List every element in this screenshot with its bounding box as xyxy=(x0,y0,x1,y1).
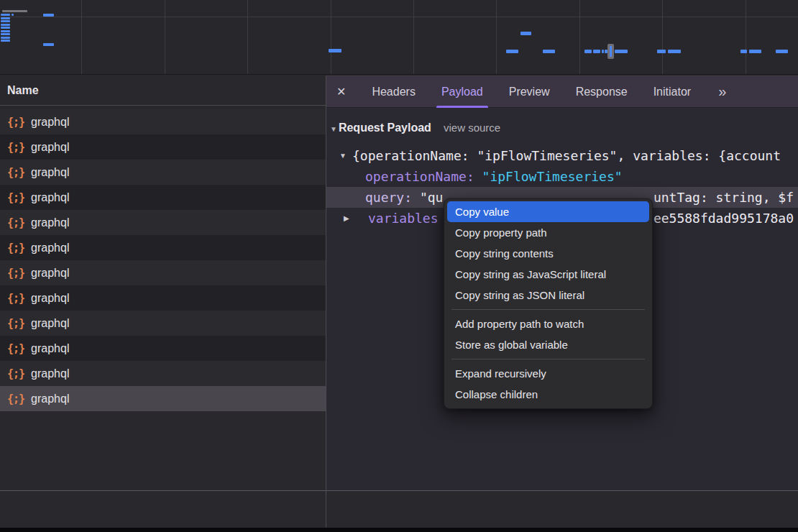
request-row[interactable]: {;}graphql xyxy=(0,260,326,285)
expanded-triangle-icon[interactable]: ▼ xyxy=(339,145,347,166)
request-timing-bar xyxy=(43,14,54,17)
request-name: graphql xyxy=(31,191,69,204)
fetch-json-icon: {;} xyxy=(7,216,24,229)
request-timing-bar xyxy=(749,50,761,53)
menu-item-copy-string-as-javascript-literal[interactable]: Copy string as JavaScript literal xyxy=(444,264,652,285)
collapsed-triangle-icon[interactable]: ▶ xyxy=(344,208,349,229)
request-row[interactable]: {;}graphql xyxy=(0,160,326,185)
property-key: query: xyxy=(365,190,412,205)
section-title: Request Payload xyxy=(339,121,431,134)
tab-preview[interactable]: Preview xyxy=(509,75,550,108)
request-timing-bar xyxy=(1,24,10,26)
request-row[interactable]: {;}graphql xyxy=(0,109,326,134)
fetch-json-icon: {;} xyxy=(7,191,24,204)
request-timing-bar xyxy=(1,14,10,16)
property-key: operationName: xyxy=(365,169,474,184)
name-column-header[interactable]: Name xyxy=(0,75,326,106)
request-timing-bar xyxy=(1,30,10,32)
request-name: graphql xyxy=(31,141,69,154)
collapse-triangle-icon: ▼ xyxy=(330,125,337,133)
request-name: graphql xyxy=(31,216,69,229)
fetch-json-icon: {;} xyxy=(7,166,24,179)
network-overview-timeline[interactable] xyxy=(0,0,798,75)
request-timing-bar xyxy=(1,33,10,35)
fetch-json-icon: {;} xyxy=(7,292,24,305)
close-icon[interactable]: ✕ xyxy=(336,85,346,98)
status-footer xyxy=(0,490,798,528)
request-row[interactable]: {;}graphql xyxy=(0,336,326,361)
devtools-network-panel: Name {;}graphql{;}graphql{;}graphql{;}gr… xyxy=(0,0,798,532)
context-menu: Copy valueCopy property pathCopy string … xyxy=(444,198,653,409)
request-timing-bar xyxy=(1,20,10,22)
request-timing-bar xyxy=(776,50,788,53)
request-timing-bar xyxy=(543,50,555,53)
request-row[interactable]: {;}graphql xyxy=(0,386,326,411)
property-value-tail: ee5588fdad995178a0 xyxy=(653,208,794,229)
fetch-json-icon: {;} xyxy=(7,141,24,154)
request-row[interactable]: {;}graphql xyxy=(0,235,326,260)
request-timing-bar xyxy=(2,10,27,12)
fetch-json-icon: {;} xyxy=(7,367,24,380)
menu-item-store-as-global-variable[interactable]: Store as global variable xyxy=(444,334,652,355)
menu-item-collapse-children[interactable]: Collapse children xyxy=(444,384,652,405)
request-name: graphql xyxy=(31,367,69,380)
fetch-json-icon: {;} xyxy=(7,393,24,405)
request-timing-bar xyxy=(1,17,10,19)
request-timing-bar xyxy=(1,37,10,39)
timeline-gridline xyxy=(746,0,746,74)
menu-item-copy-property-path[interactable]: Copy property path xyxy=(444,222,652,243)
request-timing-bar xyxy=(668,50,681,53)
tab-response[interactable]: Response xyxy=(576,75,628,108)
request-name: graphql xyxy=(31,317,69,330)
request-timing-bar xyxy=(602,50,604,53)
request-timing-bar xyxy=(593,50,600,53)
timeline-gridline xyxy=(331,0,331,74)
request-row[interactable]: {;}graphql xyxy=(0,285,326,311)
bottom-edge-bar xyxy=(0,528,798,532)
request-name: graphql xyxy=(31,242,69,254)
request-payload-section-header[interactable]: ▼ Request Payload xyxy=(330,121,431,134)
property-value-fragment: "qu xyxy=(420,190,444,205)
timeline-gridline xyxy=(496,0,497,74)
request-name: graphql xyxy=(31,342,69,355)
tab-headers[interactable]: Headers xyxy=(372,75,415,108)
panel-splitter[interactable] xyxy=(326,75,326,528)
view-source-link[interactable]: view source xyxy=(444,121,500,134)
payload-root-preview: {operationName: "ipFlowTimeseries", vari… xyxy=(352,145,781,166)
request-row[interactable]: {;}graphql xyxy=(0,361,326,386)
menu-item-copy-string-as-json-literal[interactable]: Copy string as JSON literal xyxy=(444,285,652,306)
request-name: graphql xyxy=(31,393,69,405)
menu-item-add-property-path-to-watch[interactable]: Add property path to watch xyxy=(444,313,652,334)
menu-item-copy-string-contents[interactable]: Copy string contents xyxy=(444,243,652,264)
request-timing-bar xyxy=(520,32,531,35)
timeline-gridline xyxy=(662,0,663,74)
request-timing-bar xyxy=(43,43,54,46)
request-name: graphql xyxy=(31,116,69,129)
request-row[interactable]: {;}graphql xyxy=(0,134,326,160)
property-value: "ipFlowTimeseries" xyxy=(482,169,623,184)
request-timing-bar xyxy=(12,14,14,16)
request-timing-bar xyxy=(584,50,592,53)
request-name: graphql xyxy=(31,166,69,179)
request-row[interactable]: {;}graphql xyxy=(0,311,326,336)
tab-payload[interactable]: Payload xyxy=(441,75,483,108)
request-row[interactable]: {;}graphql xyxy=(0,210,326,235)
request-timing-bar xyxy=(657,50,666,53)
menu-item-expand-recursively[interactable]: Expand recursively xyxy=(444,363,652,384)
request-name: graphql xyxy=(31,267,69,280)
request-timing-bar xyxy=(1,40,10,42)
fetch-json-icon: {;} xyxy=(7,242,24,254)
menu-separator xyxy=(451,309,645,310)
payload-root-row[interactable]: ▼ {operationName: "ipFlowTimeseries", va… xyxy=(326,145,798,166)
request-timing-bar xyxy=(506,50,518,53)
tab-initiator[interactable]: Initiator xyxy=(653,75,691,108)
menu-item-copy-value[interactable]: Copy value xyxy=(447,201,649,222)
payload-operationname-row[interactable]: operationName: "ipFlowTimeseries" xyxy=(326,166,798,187)
menu-separator xyxy=(451,359,645,359)
timeline-gridline xyxy=(579,0,580,74)
request-timing-bar xyxy=(329,49,341,52)
more-tabs-icon[interactable]: » xyxy=(718,83,726,100)
timeline-hover-marker xyxy=(607,44,614,59)
detail-tab-bar: ✕ HeadersPayloadPreviewResponseInitiator… xyxy=(326,75,798,108)
request-row[interactable]: {;}graphql xyxy=(0,185,326,210)
